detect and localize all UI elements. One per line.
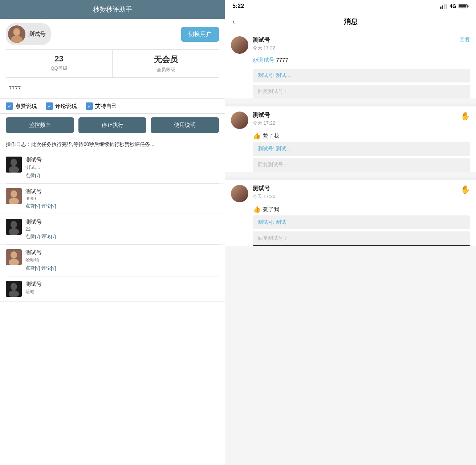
feed-action-status: 点赞[√]: [25, 172, 219, 179]
mention-text: @测试号: [253, 57, 274, 63]
msg-avatar: [231, 185, 248, 202]
feed-avatar: [6, 249, 22, 265]
msg-info: 测试号 今天 17:20: [253, 185, 456, 200]
msg-sender-name: 测试号: [253, 185, 456, 193]
reply-input-placeholder[interactable]: 回复测试号：: [253, 158, 470, 172]
thumbs-up-icon: 👍: [253, 132, 261, 140]
feed-post-text: 哈哈: [25, 288, 219, 295]
svg-point-3: [14, 29, 20, 36]
feed-avatar: [6, 281, 22, 297]
message-item: 测试号 今天 17:22 ✋ 👍 赞了我 测试号: 测试.... 回复测试号：: [225, 106, 476, 172]
svg-point-11: [11, 221, 17, 228]
operation-log: 操作日志：此次任务执行完毕,等待60秒后继续执行秒赞秒评任务...: [0, 137, 225, 152]
switch-user-button[interactable]: 切换用户: [181, 27, 219, 42]
list-item: 测试号 哈哈哈 点赞[√] 评论[√]: [0, 245, 225, 276]
like-notification: 👍 赞了我: [225, 129, 476, 140]
svg-rect-25: [459, 5, 467, 8]
list-item: 测试号 测试.... 点赞[√]: [0, 152, 225, 183]
comment-label: 评论说说: [55, 103, 77, 110]
reply-button[interactable]: 回复: [459, 36, 470, 43]
feed-post-text: 9999: [25, 196, 219, 201]
preview-text: 测试号: 测试....: [258, 72, 292, 78]
back-button[interactable]: ‹: [232, 17, 235, 26]
target-input[interactable]: [6, 82, 219, 94]
right-panel: 5:22 4G ‹ 消息: [225, 0, 476, 465]
feed-list: 测试号 测试.... 点赞[√] 测试号 9999 点赞[√]: [0, 152, 225, 465]
at-self-checkbox[interactable]: ✓: [86, 102, 93, 110]
message-header: 测试号 今天 17:22 回复: [225, 31, 476, 54]
at-self-checkbox-item[interactable]: ✓ 艾特自己: [86, 102, 117, 110]
wave-hand-icon: ✋: [460, 112, 470, 121]
qq-level-stat: 23 QQ等级: [6, 50, 113, 77]
left-panel: 秒赞秒评助手 测试号 切换用户 23 QQ等级: [0, 0, 225, 465]
app-header: 秒赞秒评助手: [0, 0, 225, 19]
feed-content: 测试号 哈哈: [25, 281, 219, 296]
feed-avatar: [6, 157, 22, 173]
signal-icon: [440, 4, 447, 9]
like-notification: 👍 赞了我: [225, 202, 476, 213]
feed-avatar: [6, 219, 22, 235]
stop-exec-button[interactable]: 停止执行: [78, 117, 147, 133]
feed-content: 测试号 9999 点赞[√] 评论[√]: [25, 188, 219, 209]
at-self-label: 艾特自己: [95, 103, 117, 110]
comment-checkbox-item[interactable]: ✓ 评论说说: [46, 102, 77, 110]
reply-input-placeholder[interactable]: 回复测试号：: [253, 231, 470, 246]
status-bar: 5:22 4G: [225, 0, 476, 12]
svg-point-17: [11, 283, 17, 290]
list-item: 测试号 哈哈: [0, 276, 225, 302]
feed-avatar: [6, 188, 22, 204]
msg-avatar: [231, 112, 248, 129]
feed-action-status: 点赞[√] 评论[√]: [25, 203, 219, 209]
msg-preview: 测试号: 测试....: [253, 69, 470, 82]
svg-point-14: [11, 251, 17, 259]
stats-row: 23 QQ等级 无会员 会员等级: [6, 49, 219, 78]
network-type: 4G: [449, 3, 456, 9]
qq-level-value: 23: [6, 54, 112, 64]
vip-level-stat: 无会员 会员等级: [113, 50, 219, 77]
options-row: ✓ 点赞说说 ✓ 评论说说 ✓ 艾特自己: [0, 99, 225, 114]
monitor-freq-button[interactable]: 监控频率: [6, 117, 74, 133]
status-icons: 4G: [440, 3, 469, 9]
feed-action-status: 点赞[√] 评论[√]: [25, 265, 219, 271]
msg-avatar: [231, 36, 248, 54]
thumbs-up-icon: 👍: [253, 205, 261, 213]
comment-checkbox[interactable]: ✓: [46, 102, 53, 110]
reply-input-placeholder[interactable]: 回复测试号：: [253, 85, 470, 98]
feed-user-name: 测试号: [25, 219, 219, 226]
user-avatar: [8, 25, 25, 43]
log-text: 操作日志：此次任务执行完毕,等待60秒后继续执行秒赞秒评任务...: [6, 141, 154, 147]
battery-icon: [459, 4, 469, 9]
feed-post-text: 哈哈哈: [25, 257, 219, 263]
like-checkbox-item[interactable]: ✓ 点赞说说: [6, 102, 37, 110]
msg-info: 测试号 今天 17:22: [253, 36, 455, 51]
target-input-section: [0, 78, 225, 99]
page-title: 消息: [344, 17, 358, 27]
user-avatar-container: 测试号: [6, 23, 51, 45]
like-checkbox[interactable]: ✓: [6, 102, 13, 110]
feed-content: 测试号 22 点赞[√] 评论[√]: [25, 219, 219, 240]
app-title: 秒赞秒评助手: [93, 5, 132, 14]
msg-timestamp: 今天 17:22: [253, 45, 455, 51]
feed-content: 测试号 测试.... 点赞[√]: [25, 157, 219, 179]
svg-point-8: [11, 190, 17, 198]
vip-value: 无会员: [113, 54, 219, 65]
feed-user-name: 测试号: [25, 188, 219, 195]
like-text: 赞了我: [263, 206, 279, 213]
usage-guide-button[interactable]: 使用说明: [151, 117, 219, 133]
preview-text: 测试号: 测试: [258, 219, 286, 225]
wave-hand-icon: ✋: [460, 185, 470, 194]
msg-text: 7777: [276, 57, 288, 63]
like-label: 点赞说说: [15, 103, 37, 110]
svg-rect-19: [440, 7, 442, 9]
feed-content: 测试号 哈哈哈 点赞[√] 评论[√]: [25, 249, 219, 271]
hand-icon-container: ✋: [460, 112, 470, 121]
divider: [225, 104, 476, 106]
message-header: 测试号 今天 17:22 ✋: [225, 106, 476, 129]
msg-body: @测试号 7777: [225, 54, 476, 66]
svg-rect-21: [444, 4, 445, 9]
msg-preview: 测试号: 测试....: [253, 142, 470, 156]
message-item: 测试号 今天 17:20 ✋ 👍 赞了我 测试号: 测试 回复测试号：: [225, 180, 476, 246]
feed-user-name: 测试号: [25, 281, 219, 288]
msg-sender-name: 测试号: [253, 36, 455, 44]
divider: [225, 177, 476, 180]
